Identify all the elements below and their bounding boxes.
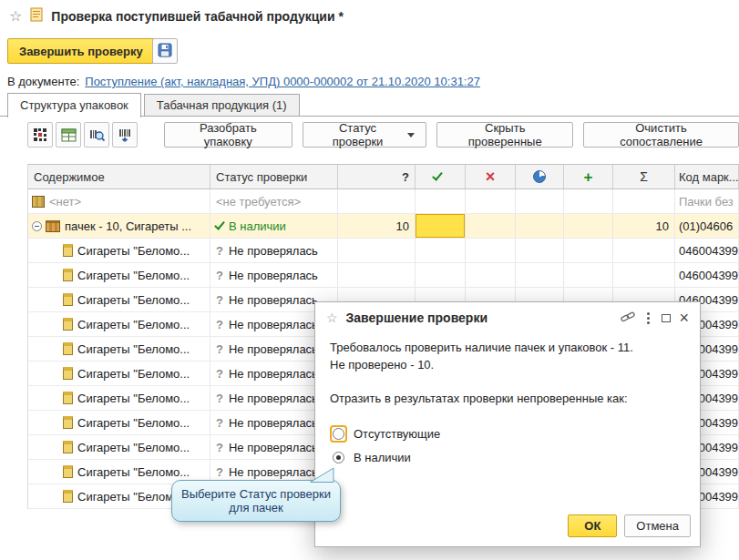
question-icon (216, 367, 223, 381)
column-header-question[interactable]: ? (338, 165, 416, 188)
cell-total (613, 189, 675, 213)
cross-icon (486, 168, 496, 185)
cell-content: Сигареты "Беломо... (28, 386, 210, 410)
disassemble-package-button[interactable]: Разобрать упаковку (164, 122, 293, 148)
hide-checked-button[interactable]: Скрыть проверенные (436, 122, 573, 148)
dialog-radio[interactable] (333, 452, 344, 463)
column-header-code[interactable]: Код марк... (675, 165, 739, 188)
table-header: Содержимое Статус проверки ? Σ Код марк.… (28, 164, 739, 189)
dialog-titlebar: ☆ Завершение проверки (315, 302, 700, 333)
status-text: Не проверялась (229, 441, 318, 454)
pack-icon (63, 269, 73, 281)
cell-total: 10 (613, 214, 675, 238)
content-text: Сигареты "Беломо... (77, 269, 190, 282)
cell-content: Сигареты "Беломо... (28, 312, 210, 336)
status-text: Не проверялась (229, 269, 318, 282)
collapse-icon[interactable] (32, 221, 42, 231)
save-icon (158, 43, 172, 60)
pack-icon (63, 318, 73, 331)
column-header-extra[interactable] (564, 165, 613, 188)
tab-package-structure[interactable]: Структура упаковок (7, 93, 141, 117)
link-icon[interactable] (621, 310, 635, 327)
column-header-status[interactable]: Статус проверки (210, 165, 338, 188)
toolbar-icons (27, 122, 138, 148)
question-icon (216, 392, 223, 405)
cell-question: 10 (338, 214, 416, 238)
status-text: Не проверялась (229, 416, 318, 430)
cell-status: В наличии (210, 214, 338, 238)
column-header-found[interactable] (416, 165, 466, 188)
check-status-menu-button[interactable]: Статус проверки (303, 122, 427, 148)
table-row[interactable]: Сигареты "Беломо...Не проверялась0460043… (28, 263, 739, 288)
document-link[interactable]: Поступление (акт, накладная, УПД) 0000-0… (85, 75, 480, 88)
content-text: Сигареты "Беломо... (77, 342, 190, 356)
radio-label-present: В наличии (354, 449, 411, 466)
question-icon (216, 244, 223, 258)
cell-extra (564, 239, 613, 262)
check-icon (432, 169, 443, 180)
status-text: Не проверялась (229, 342, 318, 356)
maximize-icon[interactable] (662, 314, 671, 322)
barcode-arrow-icon[interactable] (112, 122, 138, 148)
table-row[interactable]: пачек - 10, Сигареты ...В наличии1010(01… (28, 214, 739, 239)
cell-question (338, 263, 416, 287)
dialog-radio[interactable] (333, 428, 344, 440)
cell-pending (516, 214, 564, 238)
pack-icon (63, 441, 73, 453)
cell-missing (466, 189, 516, 213)
dialog-title: Завершение проверки (346, 311, 613, 325)
content-text: Сигареты "Беломо... (77, 416, 190, 430)
pack-icon (63, 342, 73, 355)
column-header-missing[interactable] (466, 165, 516, 188)
dialog-body: Требовалось проверить наличие пачек и уп… (315, 333, 700, 469)
close-icon[interactable] (679, 310, 689, 326)
favorite-icon[interactable]: ☆ (326, 311, 338, 325)
status-text: Не проверялась (229, 392, 318, 405)
chevron-down-icon (407, 133, 415, 137)
radio-option-absent[interactable]: Отсутствующие (330, 422, 685, 445)
cell-code: (01)04606 (675, 214, 739, 238)
cell-content: Сигареты "Беломо... (28, 361, 210, 385)
search-barcode-icon[interactable] (84, 122, 109, 148)
pack-icon (63, 244, 73, 257)
column-header-total[interactable]: Σ (613, 165, 675, 188)
page-title: Проверка поступившей табачной продукции … (51, 9, 344, 24)
check-icon (214, 219, 225, 229)
finish-check-button[interactable]: Завершить проверку (7, 38, 155, 64)
status-text: <не требуется> (216, 195, 301, 209)
save-button[interactable] (152, 38, 178, 64)
cell-extra (564, 189, 613, 213)
cell-content: Сигареты "Беломо... (28, 263, 210, 287)
radio-option-present[interactable]: В наличии (330, 445, 685, 469)
dialog-prompt: Отразить в результатах проверки непровер… (330, 390, 685, 407)
clear-mapping-button[interactable]: Очистить сопоставление (583, 122, 739, 148)
document-line: В документе: Поступление (акт, накладная… (7, 75, 480, 88)
menu-dots-icon[interactable] (647, 317, 650, 320)
tab-bar: Структура упаковок Табачная продукция (1… (7, 93, 303, 117)
cell-pending (516, 263, 564, 287)
column-header-pending[interactable] (516, 165, 564, 188)
cell-content: Сигареты "Беломо... (28, 337, 210, 361)
cell-content: Сигареты "Беломо... (28, 239, 210, 262)
question-icon (216, 416, 223, 430)
cancel-button[interactable]: Отмена (624, 514, 691, 537)
ok-button[interactable]: ОК (568, 514, 617, 537)
question-icon (216, 318, 223, 331)
cell-status: <не требуется> (210, 189, 338, 213)
tab-tobacco-products[interactable]: Табачная продукция (1) (144, 94, 300, 117)
cell-extra (564, 214, 613, 238)
pack-icon (63, 367, 73, 380)
table-icon[interactable] (56, 122, 81, 148)
content-text: Сигареты "Беломо... (77, 465, 190, 479)
table-row[interactable]: Сигареты "Беломо...Не проверялась0460043… (28, 239, 739, 263)
favorite-icon[interactable]: ☆ (9, 9, 22, 24)
column-header-content[interactable]: Содержимое (28, 165, 210, 188)
scanner-icon[interactable] (27, 122, 53, 148)
status-text: Не проверялась (229, 465, 318, 479)
cell-found[interactable] (416, 214, 466, 238)
question-icon (216, 293, 223, 307)
dialog-message-line1: Требовалось проверить наличие пачек и уп… (330, 339, 685, 356)
content-text: <нет> (49, 195, 81, 209)
table-row[interactable]: <нет><не требуется>Пачки без (28, 189, 739, 214)
cell-missing (466, 214, 516, 238)
